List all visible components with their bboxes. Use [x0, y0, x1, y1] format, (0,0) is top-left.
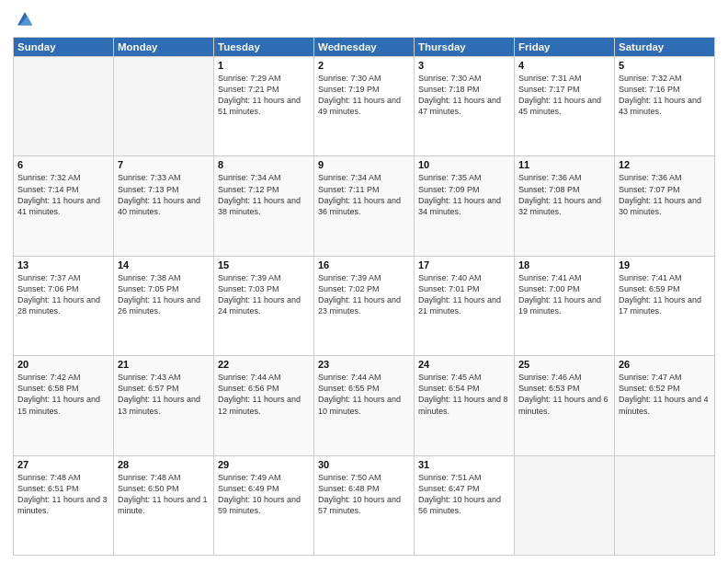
day-number: 31 [418, 459, 510, 470]
weekday-header-monday: Monday [114, 38, 214, 57]
day-info: Sunrise: 7:39 AM Sunset: 7:02 PM Dayligh… [318, 272, 410, 317]
day-info: Sunrise: 7:34 AM Sunset: 7:12 PM Dayligh… [218, 172, 310, 217]
day-number: 25 [518, 359, 610, 370]
day-info: Sunrise: 7:46 AM Sunset: 6:53 PM Dayligh… [518, 372, 610, 417]
day-info: Sunrise: 7:48 AM Sunset: 6:50 PM Dayligh… [118, 472, 210, 517]
day-number: 29 [218, 459, 310, 470]
calendar-cell: 3Sunrise: 7:30 AM Sunset: 7:18 PM Daylig… [415, 57, 515, 156]
calendar-cell: 2Sunrise: 7:30 AM Sunset: 7:19 PM Daylig… [314, 57, 415, 156]
weekday-header-thursday: Thursday [415, 38, 515, 57]
calendar-cell: 8Sunrise: 7:34 AM Sunset: 7:12 PM Daylig… [214, 156, 314, 256]
day-info: Sunrise: 7:33 AM Sunset: 7:13 PM Dayligh… [118, 172, 210, 217]
calendar-cell: 10Sunrise: 7:35 AM Sunset: 7:09 PM Dayli… [415, 156, 515, 256]
calendar-body: 1Sunrise: 7:29 AM Sunset: 7:21 PM Daylig… [14, 57, 715, 556]
calendar-cell: 11Sunrise: 7:36 AM Sunset: 7:08 PM Dayli… [515, 156, 615, 256]
calendar-cell [615, 455, 715, 555]
logo [13, 9, 35, 29]
day-info: Sunrise: 7:32 AM Sunset: 7:14 PM Dayligh… [17, 172, 109, 217]
week-row-5: 27Sunrise: 7:48 AM Sunset: 6:51 PM Dayli… [14, 455, 715, 555]
day-number: 13 [17, 259, 109, 270]
weekday-header-saturday: Saturday [615, 38, 715, 57]
day-number: 6 [17, 159, 109, 170]
calendar-cell: 23Sunrise: 7:44 AM Sunset: 6:55 PM Dayli… [314, 356, 415, 455]
calendar-cell: 28Sunrise: 7:48 AM Sunset: 6:50 PM Dayli… [114, 455, 214, 555]
calendar-cell [114, 57, 214, 156]
day-info: Sunrise: 7:45 AM Sunset: 6:54 PM Dayligh… [418, 372, 510, 417]
day-number: 12 [619, 159, 711, 170]
day-number: 1 [218, 60, 310, 71]
calendar-table: SundayMondayTuesdayWednesdayThursdayFrid… [13, 37, 715, 556]
day-number: 14 [118, 259, 210, 270]
day-info: Sunrise: 7:47 AM Sunset: 6:52 PM Dayligh… [619, 372, 711, 417]
calendar-cell: 27Sunrise: 7:48 AM Sunset: 6:51 PM Dayli… [14, 455, 114, 555]
calendar-cell [515, 455, 615, 555]
day-number: 22 [218, 359, 310, 370]
logo-text [13, 9, 35, 29]
calendar-cell: 9Sunrise: 7:34 AM Sunset: 7:11 PM Daylig… [314, 156, 415, 256]
day-info: Sunrise: 7:30 AM Sunset: 7:19 PM Dayligh… [318, 73, 410, 118]
weekday-header-sunday: Sunday [14, 38, 114, 57]
header [13, 9, 715, 29]
day-info: Sunrise: 7:42 AM Sunset: 6:58 PM Dayligh… [17, 372, 109, 417]
calendar-cell: 7Sunrise: 7:33 AM Sunset: 7:13 PM Daylig… [114, 156, 214, 256]
day-number: 9 [318, 159, 410, 170]
week-row-2: 6Sunrise: 7:32 AM Sunset: 7:14 PM Daylig… [14, 156, 715, 256]
day-info: Sunrise: 7:39 AM Sunset: 7:03 PM Dayligh… [218, 272, 310, 317]
day-number: 5 [619, 60, 711, 71]
day-number: 18 [518, 259, 610, 270]
week-row-1: 1Sunrise: 7:29 AM Sunset: 7:21 PM Daylig… [14, 57, 715, 156]
day-info: Sunrise: 7:34 AM Sunset: 7:11 PM Dayligh… [318, 172, 410, 217]
day-number: 10 [418, 159, 510, 170]
day-number: 27 [17, 459, 109, 470]
calendar-cell: 4Sunrise: 7:31 AM Sunset: 7:17 PM Daylig… [515, 57, 615, 156]
day-info: Sunrise: 7:35 AM Sunset: 7:09 PM Dayligh… [418, 172, 510, 217]
page: SundayMondayTuesdayWednesdayThursdayFrid… [0, 0, 728, 563]
day-number: 24 [418, 359, 510, 370]
day-number: 19 [619, 259, 711, 270]
day-info: Sunrise: 7:44 AM Sunset: 6:55 PM Dayligh… [318, 372, 410, 417]
day-number: 8 [218, 159, 310, 170]
day-info: Sunrise: 7:41 AM Sunset: 6:59 PM Dayligh… [619, 272, 711, 317]
day-number: 2 [318, 60, 410, 71]
calendar-cell: 20Sunrise: 7:42 AM Sunset: 6:58 PM Dayli… [14, 356, 114, 455]
calendar-cell: 6Sunrise: 7:32 AM Sunset: 7:14 PM Daylig… [14, 156, 114, 256]
day-info: Sunrise: 7:31 AM Sunset: 7:17 PM Dayligh… [518, 73, 610, 118]
day-number: 11 [518, 159, 610, 170]
calendar-cell: 12Sunrise: 7:36 AM Sunset: 7:07 PM Dayli… [615, 156, 715, 256]
calendar-cell: 25Sunrise: 7:46 AM Sunset: 6:53 PM Dayli… [515, 356, 615, 455]
day-number: 17 [418, 259, 510, 270]
day-number: 7 [118, 159, 210, 170]
calendar-cell: 5Sunrise: 7:32 AM Sunset: 7:16 PM Daylig… [615, 57, 715, 156]
day-info: Sunrise: 7:44 AM Sunset: 6:56 PM Dayligh… [218, 372, 310, 417]
calendar-cell: 18Sunrise: 7:41 AM Sunset: 7:00 PM Dayli… [515, 256, 615, 355]
calendar-cell: 1Sunrise: 7:29 AM Sunset: 7:21 PM Daylig… [214, 57, 314, 156]
day-info: Sunrise: 7:48 AM Sunset: 6:51 PM Dayligh… [17, 472, 109, 517]
day-info: Sunrise: 7:49 AM Sunset: 6:49 PM Dayligh… [218, 472, 310, 517]
day-number: 28 [118, 459, 210, 470]
day-info: Sunrise: 7:36 AM Sunset: 7:07 PM Dayligh… [619, 172, 711, 217]
calendar-cell: 24Sunrise: 7:45 AM Sunset: 6:54 PM Dayli… [415, 356, 515, 455]
day-info: Sunrise: 7:38 AM Sunset: 7:05 PM Dayligh… [118, 272, 210, 317]
calendar-cell: 29Sunrise: 7:49 AM Sunset: 6:49 PM Dayli… [214, 455, 314, 555]
calendar-cell: 15Sunrise: 7:39 AM Sunset: 7:03 PM Dayli… [214, 256, 314, 355]
day-info: Sunrise: 7:29 AM Sunset: 7:21 PM Dayligh… [218, 73, 310, 118]
day-number: 15 [218, 259, 310, 270]
calendar-cell: 14Sunrise: 7:38 AM Sunset: 7:05 PM Dayli… [114, 256, 214, 355]
day-number: 16 [318, 259, 410, 270]
calendar-cell: 22Sunrise: 7:44 AM Sunset: 6:56 PM Dayli… [214, 356, 314, 455]
day-number: 30 [318, 459, 410, 470]
day-info: Sunrise: 7:51 AM Sunset: 6:47 PM Dayligh… [418, 472, 510, 517]
calendar-cell: 16Sunrise: 7:39 AM Sunset: 7:02 PM Dayli… [314, 256, 415, 355]
day-info: Sunrise: 7:30 AM Sunset: 7:18 PM Dayligh… [418, 73, 510, 118]
day-info: Sunrise: 7:32 AM Sunset: 7:16 PM Dayligh… [619, 73, 711, 118]
day-info: Sunrise: 7:41 AM Sunset: 7:00 PM Dayligh… [518, 272, 610, 317]
weekday-header-friday: Friday [515, 38, 615, 57]
calendar-cell: 17Sunrise: 7:40 AM Sunset: 7:01 PM Dayli… [415, 256, 515, 355]
day-info: Sunrise: 7:50 AM Sunset: 6:48 PM Dayligh… [318, 472, 410, 517]
weekday-header-wednesday: Wednesday [314, 38, 415, 57]
day-number: 21 [118, 359, 210, 370]
day-number: 23 [318, 359, 410, 370]
calendar-cell [14, 57, 114, 156]
calendar-cell: 21Sunrise: 7:43 AM Sunset: 6:57 PM Dayli… [114, 356, 214, 455]
week-row-4: 20Sunrise: 7:42 AM Sunset: 6:58 PM Dayli… [14, 356, 715, 455]
